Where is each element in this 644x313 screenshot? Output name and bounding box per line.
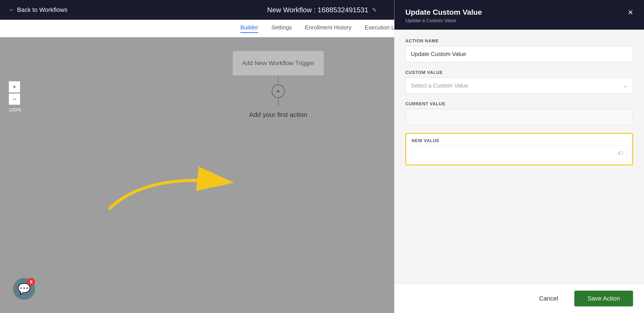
new-value-input[interactable] [412,146,627,160]
new-value-field-group: NEW VALUE 🏷 [406,133,633,165]
back-arrow-icon: ← [9,6,15,13]
tab-builder[interactable]: Builder [240,24,258,33]
new-value-input-wrapper: 🏷 [412,146,627,160]
panel-title: Update Custom Value [406,8,482,17]
custom-value-field-group: CUSTOM VALUE Select a Custom Value ⌄ [406,70,633,93]
zoom-controls: + − 100% [9,81,21,113]
zoom-in-button[interactable]: + [9,81,20,93]
close-panel-button[interactable]: × [628,8,633,17]
connector-line-top [278,76,278,85]
panel-body: ACTION NAME CUSTOM VALUE Select a Custom… [394,30,644,284]
current-value-input[interactable] [406,109,633,125]
tag-icon[interactable]: 🏷 [618,150,624,156]
panel-subtitle: Update a Custom Value [406,18,482,24]
panel-footer: Cancel Save Action [394,284,644,313]
annotation-arrow [92,151,246,213]
action-name-label: ACTION NAME [406,38,633,44]
cancel-button[interactable]: Cancel [528,291,569,306]
panel-header: Update Custom Value Update a Custom Valu… [394,0,644,30]
zoom-out-button[interactable]: − [9,93,20,105]
back-label: Back to Workflows [17,6,68,13]
trigger-label: Add New Workflow Trigger [242,60,314,67]
back-to-workflows-button[interactable]: ← Back to Workflows [9,6,68,13]
zoom-level: 100% [9,107,21,113]
custom-value-select[interactable]: Select a Custom Value [406,78,633,93]
new-value-label: NEW VALUE [412,138,627,143]
custom-value-label: CUSTOM VALUE [406,70,633,75]
custom-value-select-wrapper: Select a Custom Value ⌄ [406,78,633,93]
action-name-field-group: ACTION NAME [406,38,633,62]
panel-header-content: Update Custom Value Update a Custom Valu… [406,8,482,24]
chat-badge: 9 [27,278,35,286]
current-value-label: CURRENT VALUE [406,101,633,106]
add-trigger-box[interactable]: Add New Workflow Trigger [232,51,324,76]
right-panel: Update Custom Value Update a Custom Valu… [394,0,644,313]
action-name-input[interactable] [406,46,633,62]
save-action-button[interactable]: Save Action [574,291,633,306]
workflow-title: New Workflow : 1688532491531 ✎ [267,6,377,14]
new-value-highlighted-box: NEW VALUE 🏷 [406,133,633,165]
connector-line-bottom [278,98,278,107]
connector: + [272,76,285,107]
edit-title-icon[interactable]: ✎ [372,6,377,14]
chat-bubble[interactable]: 💬 9 [13,278,35,300]
tab-settings[interactable]: Settings [271,24,292,33]
add-action-circle[interactable]: + [272,85,285,98]
tab-enrollment-history[interactable]: Enrollment History [305,24,352,33]
current-value-field-group: CURRENT VALUE [406,101,633,125]
first-action-label: Add your first action [249,111,307,118]
